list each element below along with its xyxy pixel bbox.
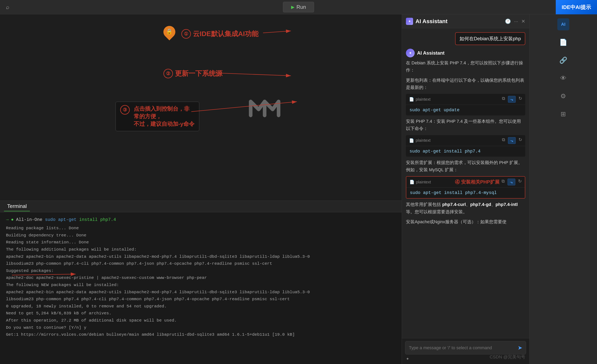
copy-icon-2[interactable]: ⧉: [502, 137, 505, 144]
ai-panel-title: AI Assistant: [416, 18, 503, 24]
refresh-icon-1[interactable]: ↻: [518, 96, 522, 103]
ai-header-actions: 🕐 ··· ✕: [505, 18, 525, 24]
code-lang-3: 📄 plaintext: [409, 180, 451, 184]
ai-badge: IDE中AI提示: [556, 0, 597, 14]
sparkle-icon: ✦: [406, 356, 409, 361]
code-block-actions-2: ⧉ ⬎ ↻: [502, 137, 522, 144]
code-content-2: sudo apt-get install php7.4: [406, 146, 525, 157]
prompt-dot: ●: [11, 216, 14, 223]
ai-badge-text: IDE中AI提示: [562, 4, 591, 11]
question-pill: 如何在Debian系统上安装php: [455, 32, 525, 45]
copy-icon-1[interactable]: ⧉: [502, 96, 505, 103]
code-lang-1: 📄 plaintext: [409, 97, 500, 102]
code-block-actions-1: ⧉ ⬎ ↻: [502, 96, 522, 103]
ai-input-box: ➤: [405, 341, 526, 355]
clock-icon[interactable]: 🕐: [505, 18, 511, 24]
ai-response-text-1: 在 Debian 系统上安装 PHP 7.4，您可以按照以下步骤进行操作：: [406, 59, 525, 74]
ai-avatar: ✦: [406, 49, 415, 57]
anno4-text-inline: 安装相关PHP扩展: [461, 179, 500, 185]
code-block-3: 📄 plaintext ④ 安装相关PHP扩展 ⧉ ⬎ ↻ sudo apt-g…: [406, 176, 525, 198]
anno4-inline: ④ 安装相关PHP扩展: [455, 179, 500, 185]
sidebar-icon-grid[interactable]: ⊞: [557, 108, 569, 120]
question-box: 如何在Debian系统上安装php: [406, 32, 525, 45]
insert-btn-2[interactable]: ⬎: [508, 137, 516, 144]
logo: [247, 95, 283, 119]
refresh-icon-3[interactable]: ↻: [518, 179, 522, 185]
ai-response-text-2b: 安装 PHP 7.4：安装 PHP 7.4 及一些基本组件。您可以使用以下命令：: [406, 118, 525, 132]
send-button[interactable]: ➤: [518, 344, 522, 351]
run-button[interactable]: ▶ Run: [283, 2, 314, 12]
insert-btn-3[interactable]: ⬎: [508, 179, 515, 185]
terminal-tab[interactable]: Terminal: [4, 202, 30, 211]
ai-response: ✦ AI Assistant 在 Debian 系统上安装 PHP 7.4，您可…: [406, 49, 525, 228]
code-block-1: 📄 plaintext ⧉ ⬎ ↻ sudo apt-get update: [406, 94, 525, 115]
code-block-header-3: 📄 plaintext ④ 安装相关PHP扩展 ⧉ ⬎ ↻: [406, 177, 525, 188]
ai-message-input[interactable]: [409, 345, 515, 350]
ai-panel-header: ✦ AI Assistant 🕐 ··· ✕: [402, 14, 529, 28]
code-lang-2: 📄 plaintext: [409, 138, 500, 143]
sidebar-icon-eye[interactable]: 👁: [557, 72, 569, 84]
prompt-text: All-in-One sudo apt-get install php7.4: [16, 216, 116, 223]
code-block-header-2: 📄 plaintext ⧉ ⬎ ↻: [406, 135, 525, 146]
ai-response-text-2a: 更新包列表：在终端中运行以下命令，以确保您的系统包列表是最新的：: [406, 77, 525, 91]
insert-btn-1[interactable]: ⬎: [508, 96, 516, 103]
code-content-3: sudo apt-get install php7.4-mysql: [406, 188, 525, 198]
sidebar-icon-file[interactable]: 📄: [557, 36, 569, 48]
prompt-arrow: →: [6, 216, 8, 223]
code-content-1: sudo apt-get update: [406, 105, 525, 115]
ai-response-text-3: 安装所需扩展：根据您的需求，可以安装额外的 PHP 扩展。例如，安装 MySQL…: [406, 159, 525, 174]
ai-panel: ✦ AI Assistant 🕐 ··· ✕ 如何在Debian系统上安装php…: [402, 14, 529, 364]
ai-response-text-4: 其他常用扩展包括 php7.4-curl、php7.4-gd、php7.4-in…: [406, 201, 525, 215]
ai-response-name: AI Assistant: [417, 50, 445, 56]
code-block-header-1: 📄 plaintext ⧉ ⬎ ↻: [406, 94, 525, 105]
more-icon[interactable]: ···: [514, 18, 518, 24]
ai-response-header: ✦ AI Assistant: [406, 49, 525, 57]
run-label: Run: [297, 4, 306, 10]
copy-icon-3[interactable]: ⧉: [502, 179, 505, 185]
ai-panel-body: 如何在Debian系统上安装php ✦ AI Assistant 在 Debia…: [402, 28, 529, 338]
play-icon: ▶: [291, 5, 295, 10]
code-block-2: 📄 plaintext ⧉ ⬎ ↻ sudo apt-get install p…: [406, 135, 525, 157]
ai-input-area: ➤ ✦: [402, 338, 529, 364]
anno4-circle-inline: ④: [455, 179, 460, 185]
sidebar-icon-link[interactable]: 🔗: [557, 54, 569, 66]
sidebar-icon-settings[interactable]: ⚙: [557, 90, 569, 102]
right-icon-sidebar: AI 📄 🔗 👁 ⚙ ⊞: [529, 14, 597, 364]
search-icon[interactable]: ⌕: [6, 4, 9, 10]
ai-response-text-5: 安装Apache或Nginx服务器（可选）：如果您需要使: [406, 218, 525, 225]
sidebar-icon-ai[interactable]: AI: [557, 18, 569, 30]
top-bar: ⌕ ▶ Run IDE中AI提示: [0, 0, 597, 14]
code-block-actions-3: ⧉ ⬎ ↻: [502, 179, 522, 185]
close-panel-icon[interactable]: ✕: [521, 18, 525, 24]
watermark: CSDN @完美句号: [490, 354, 525, 360]
refresh-icon-2[interactable]: ↻: [518, 137, 522, 144]
